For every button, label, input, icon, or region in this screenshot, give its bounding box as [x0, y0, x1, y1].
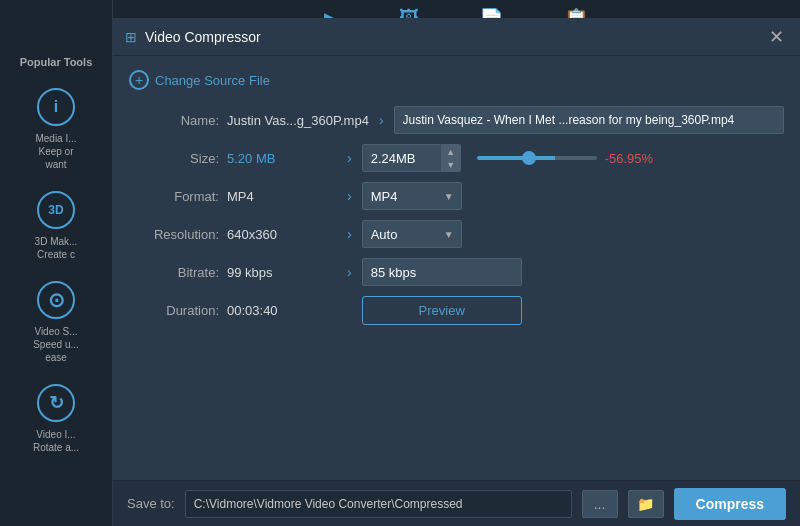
dialog-title: Video Compressor — [145, 29, 765, 45]
bitrate-value: 99 kbps — [227, 265, 337, 280]
3d-maker-icon: 3D — [37, 191, 75, 229]
sidebar-item-video-rotate-label: Video I...Rotate a... — [33, 428, 79, 454]
name-value: Justin Vas...g_360P.mp4 — [227, 113, 369, 128]
sidebar-item-media-info-label: Media I...Keep orwant — [35, 132, 76, 171]
dialog-overlay: ⊞ Video Compressor ✕ + Change Source Fil… — [113, 18, 800, 526]
sidebar-item-video-rotate[interactable]: ↻ Video I...Rotate a... — [0, 374, 112, 464]
size-value: 5.20 MB — [227, 151, 337, 166]
format-select[interactable]: MP4 AVI MOV MKV — [362, 182, 462, 210]
size-spin-up[interactable]: ▲ — [442, 145, 460, 158]
folder-icon: 📁 — [637, 496, 654, 512]
size-slider[interactable] — [477, 156, 597, 160]
name-row: Name: Justin Vas...g_360P.mp4 › — [129, 106, 784, 134]
size-label: Size: — [129, 151, 219, 166]
size-spin-down[interactable]: ▼ — [442, 158, 460, 171]
compress-button[interactable]: Compress — [674, 488, 786, 520]
save-to-label: Save to: — [127, 496, 175, 511]
ellipsis-icon: ... — [594, 496, 606, 512]
size-slider-wrap: -56.95% — [477, 151, 784, 166]
resolution-select-wrap: Auto 640x360 1280x720 1920x1080 — [362, 220, 462, 248]
sidebar-item-media-info[interactable]: i Media I...Keep orwant — [0, 78, 112, 181]
format-label: Format: — [129, 189, 219, 204]
duration-value: 00:03:40 — [227, 303, 337, 318]
bitrate-output-input[interactable] — [362, 258, 522, 286]
sidebar-item-video-speed[interactable]: ⊙ Video S...Speed u...ease — [0, 271, 112, 374]
dialog-titlebar: ⊞ Video Compressor ✕ — [113, 18, 800, 56]
name-arrow-icon: › — [379, 112, 384, 128]
bitrate-row: Bitrate: 99 kbps › — [129, 258, 784, 286]
bitrate-arrow-icon: › — [347, 264, 352, 280]
sidebar-title: Popular Tools — [0, 48, 112, 78]
resolution-select[interactable]: Auto 640x360 1280x720 1920x1080 — [362, 220, 462, 248]
change-source-button[interactable]: + Change Source File — [129, 66, 270, 94]
change-source-label: Change Source File — [155, 73, 270, 88]
preview-button[interactable]: Preview — [362, 296, 522, 325]
resolution-label: Resolution: — [129, 227, 219, 242]
sidebar-item-3d-maker-label: 3D Mak...Create c — [35, 235, 78, 261]
format-select-wrap: MP4 AVI MOV MKV — [362, 182, 462, 210]
video-speed-icon: ⊙ — [37, 281, 75, 319]
duration-label: Duration: — [129, 303, 219, 318]
size-output-input[interactable] — [362, 144, 442, 172]
media-info-icon: i — [37, 88, 75, 126]
resolution-arrow-icon: › — [347, 226, 352, 242]
duration-row: Duration: 00:03:40 › Preview — [129, 296, 784, 325]
sidebar-item-video-speed-label: Video S...Speed u...ease — [33, 325, 79, 364]
sidebar: Popular Tools i Media I...Keep orwant 3D… — [0, 0, 113, 526]
pin-icon: ⊞ — [125, 29, 137, 45]
video-rotate-icon: ↻ — [37, 384, 75, 422]
save-path-input[interactable] — [185, 490, 572, 518]
size-row: Size: 5.20 MB › ▲ ▼ -56.95% — [129, 144, 784, 172]
size-arrow-icon: › — [347, 150, 352, 166]
add-icon: + — [129, 70, 149, 90]
bitrate-label: Bitrate: — [129, 265, 219, 280]
close-button[interactable]: ✕ — [765, 26, 788, 48]
save-more-button[interactable]: ... — [582, 490, 618, 518]
name-output-input[interactable] — [394, 106, 784, 134]
format-value: MP4 — [227, 189, 337, 204]
sidebar-item-3d-maker[interactable]: 3D 3D Mak...Create c — [0, 181, 112, 271]
dialog-content: + Change Source File Name: Justin Vas...… — [113, 56, 800, 335]
size-spin-buttons: ▲ ▼ — [442, 144, 461, 172]
name-label: Name: — [129, 113, 219, 128]
bottom-bar: Save to: ... 📁 Compress — [113, 480, 800, 526]
format-arrow-icon: › — [347, 188, 352, 204]
form-area: Name: Justin Vas...g_360P.mp4 › Size: 5.… — [129, 106, 784, 325]
resolution-row: Resolution: 640x360 › Auto 640x360 1280x… — [129, 220, 784, 248]
save-folder-button[interactable]: 📁 — [628, 490, 664, 518]
resolution-value: 640x360 — [227, 227, 337, 242]
format-row: Format: MP4 › MP4 AVI MOV MKV — [129, 182, 784, 210]
size-input-wrap: ▲ ▼ — [362, 144, 461, 172]
size-percent: -56.95% — [605, 151, 660, 166]
